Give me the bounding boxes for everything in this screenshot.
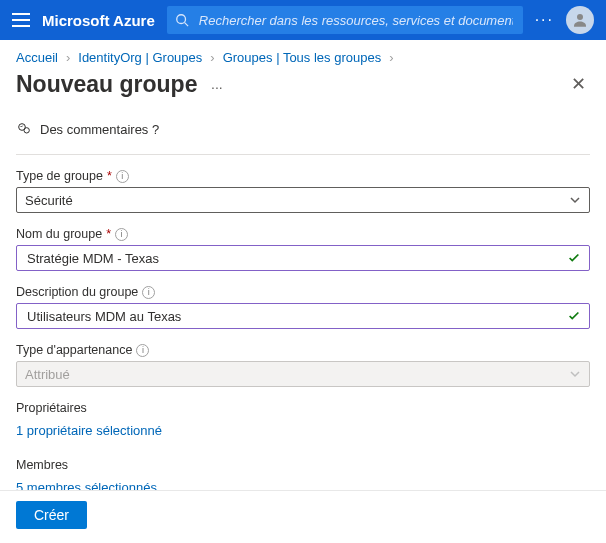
input-group-name-wrapper xyxy=(16,245,590,271)
input-group-desc-wrapper xyxy=(16,303,590,329)
input-group-name[interactable] xyxy=(25,250,567,267)
title-more-button[interactable]: ··· xyxy=(211,79,223,95)
select-group-type-value: Sécurité xyxy=(25,193,73,208)
owners-selected-link[interactable]: 1 propriétaire sélectionné xyxy=(16,423,162,438)
members-selected-link[interactable]: 5 membres sélectionnés xyxy=(16,480,157,490)
label-group-desc: Description du groupe xyxy=(16,285,138,299)
feedback-link[interactable]: Des commentaires ? xyxy=(16,121,159,137)
label-members: Membres xyxy=(16,458,590,472)
check-icon xyxy=(567,251,581,265)
breadcrumb-link[interactable]: IdentityOrg | Groupes xyxy=(78,50,202,65)
select-membership-type-value: Attribué xyxy=(25,367,70,382)
required-marker: * xyxy=(106,227,111,241)
feedback-icon xyxy=(16,121,32,137)
field-membership-type: Type d'appartenance i Attribué xyxy=(16,343,590,387)
info-icon[interactable]: i xyxy=(116,170,129,183)
global-search-input[interactable] xyxy=(197,12,515,29)
info-icon[interactable]: i xyxy=(115,228,128,241)
required-marker: * xyxy=(107,169,112,183)
breadcrumb: Accueil › IdentityOrg | Groupes › Groupe… xyxy=(0,40,606,65)
page-titlebar: Nouveau groupe ··· ✕ xyxy=(0,65,606,99)
page-title: Nouveau groupe xyxy=(16,71,197,97)
feedback-label: Des commentaires ? xyxy=(40,122,159,137)
select-group-type[interactable]: Sécurité xyxy=(16,187,590,213)
create-button[interactable]: Créer xyxy=(16,501,87,529)
field-group-desc: Description du groupe i xyxy=(16,285,590,329)
azure-topbar: Microsoft Azure ··· xyxy=(0,0,606,40)
svg-point-0 xyxy=(177,15,186,24)
brand-label: Microsoft Azure xyxy=(42,12,155,29)
search-icon xyxy=(175,13,189,27)
global-search[interactable] xyxy=(167,6,523,34)
svg-point-4 xyxy=(24,128,29,133)
new-group-form: Type de groupe * i Sécurité Nom du group… xyxy=(0,161,606,490)
chevron-down-icon xyxy=(569,368,581,380)
label-membership-type: Type d'appartenance xyxy=(16,343,132,357)
close-button[interactable]: ✕ xyxy=(567,69,590,99)
svg-point-2 xyxy=(577,14,583,20)
label-owners: Propriétaires xyxy=(16,401,590,415)
chevron-down-icon xyxy=(569,194,581,206)
field-group-name: Nom du groupe * i xyxy=(16,227,590,271)
field-group-type: Type de groupe * i Sécurité xyxy=(16,169,590,213)
chevron-right-icon: › xyxy=(60,50,76,65)
overflow-menu-button[interactable]: ··· xyxy=(535,11,554,29)
chevron-right-icon: › xyxy=(204,50,220,65)
label-group-type: Type de groupe xyxy=(16,169,103,183)
menu-toggle-button[interactable] xyxy=(12,13,30,27)
user-avatar[interactable] xyxy=(566,6,594,34)
info-icon[interactable]: i xyxy=(142,286,155,299)
check-icon xyxy=(567,309,581,323)
breadcrumb-link[interactable]: Groupes | Tous les groupes xyxy=(223,50,382,65)
svg-line-1 xyxy=(184,23,188,27)
select-membership-type: Attribué xyxy=(16,361,590,387)
info-icon[interactable]: i xyxy=(136,344,149,357)
person-icon xyxy=(571,11,589,29)
feedback-bar: Des commentaires ? xyxy=(16,113,590,155)
breadcrumb-link[interactable]: Accueil xyxy=(16,50,58,65)
label-group-name: Nom du groupe xyxy=(16,227,102,241)
input-group-desc[interactable] xyxy=(25,308,567,325)
footer-bar: Créer xyxy=(0,490,606,543)
chevron-right-icon: › xyxy=(383,50,399,65)
